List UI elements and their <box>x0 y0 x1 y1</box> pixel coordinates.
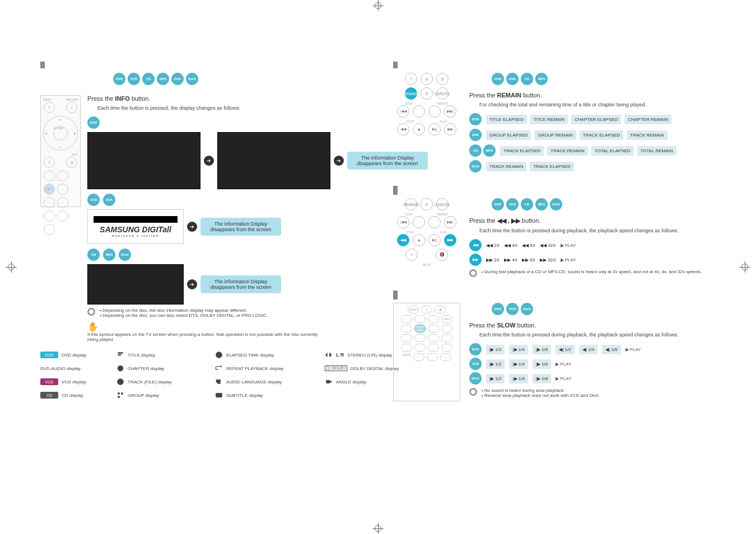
arrow-right-icon: ➔ <box>187 279 197 289</box>
key-small[interactable] <box>401 315 412 323</box>
key-7[interactable]: 7 <box>405 73 417 85</box>
remote-small-button[interactable] <box>44 224 55 235</box>
legend-label: DOLBY DIGITAL display <box>351 366 399 371</box>
remote-transport-illustration: REMAIN0CANCEL STEPREPEAT |◀◀▶▶| STOPPLAY… <box>393 198 460 280</box>
key-small[interactable] <box>441 325 452 332</box>
key-ff[interactable]: ▶▶ <box>444 234 456 246</box>
page-tab-left <box>40 62 45 68</box>
legend-grid: DVDDVD display TITLE display ELAPSED TIM… <box>40 351 365 399</box>
remote-tuning-button[interactable]: ⇅ <box>44 157 55 168</box>
arrow-right-icon: ➔ <box>187 222 197 232</box>
key-skip-back[interactable]: |◀◀ <box>397 216 409 228</box>
note-icon <box>469 388 477 396</box>
key-0[interactable]: 0 <box>421 198 433 210</box>
key-repeat[interactable] <box>428 105 441 118</box>
key-rew[interactable]: ◀◀ <box>397 123 409 135</box>
key-small[interactable] <box>413 353 424 361</box>
key-stop[interactable]: ■ <box>413 234 425 246</box>
key-small[interactable] <box>428 315 439 323</box>
remote-small-button[interactable] <box>57 210 68 222</box>
key-cancel[interactable]: CANCEL <box>436 198 449 210</box>
key-play[interactable]: ▶|| <box>428 234 441 246</box>
key-small[interactable] <box>428 334 439 342</box>
remote-enter-button[interactable]: ENTER <box>53 126 68 140</box>
key-skip-fwd[interactable]: ▶▶| <box>444 216 456 228</box>
remote-small-button[interactable] <box>57 170 68 181</box>
key-small[interactable] <box>428 325 439 332</box>
svg-rect-6 <box>216 394 222 397</box>
key-small[interactable] <box>441 334 452 342</box>
key-info[interactable]: INFO <box>441 315 452 323</box>
disc-badges-left: DVD VCD CD MP3 DVA DivX <box>113 73 371 85</box>
key-rew[interactable]: ◀◀ <box>397 234 409 246</box>
key-small[interactable] <box>401 344 412 352</box>
disc-icon: CD <box>469 144 482 157</box>
key-small[interactable] <box>414 334 426 342</box>
group-icon <box>116 391 124 399</box>
key-step[interactable] <box>413 105 425 118</box>
key-plus[interactable]: + <box>440 353 451 361</box>
key-exit[interactable]: ⏻ <box>435 306 446 313</box>
key-small[interactable] <box>401 334 412 342</box>
remote-info-button[interactable]: INFO <box>44 184 55 195</box>
key-plus[interactable]: + <box>405 249 418 261</box>
legend-label: SUBTITLE display <box>226 393 263 398</box>
key-small[interactable] <box>401 325 412 332</box>
key-step[interactable] <box>413 216 425 228</box>
disc-icon: DivX <box>550 198 562 210</box>
note-text: • Depending on the disc, the disc inform… <box>100 308 268 313</box>
key-repeat[interactable] <box>428 216 441 228</box>
disc-icon: DVA <box>469 129 482 141</box>
disc-icon: CD <box>521 73 533 85</box>
disc-icon: DivX <box>521 303 533 315</box>
remote-small-button[interactable] <box>44 170 55 181</box>
remote-small-button[interactable] <box>57 184 68 195</box>
key-ff[interactable]: ▶▶ <box>444 123 456 135</box>
key-stop[interactable]: ■ <box>413 123 425 135</box>
key-small[interactable] <box>441 344 452 352</box>
key-minus[interactable]: − <box>427 353 438 361</box>
cd-badge: CD <box>40 392 58 399</box>
disc-icon: DivX <box>469 160 482 172</box>
key-8[interactable]: 8 <box>421 73 433 85</box>
key-remain[interactable]: REMAIN <box>405 198 417 210</box>
note-text: • Depending on the disc, you can also se… <box>100 313 268 318</box>
key-slow[interactable]: SLOW <box>414 325 426 332</box>
legend-label: VCD display <box>62 380 86 385</box>
key-skip-fwd[interactable]: ▶▶| <box>444 105 456 118</box>
remote-menu-button[interactable]: ☰ <box>44 102 55 113</box>
key-play[interactable]: ▶|| <box>428 123 441 135</box>
disc-icon: DivX <box>186 73 198 85</box>
info-disappear-box: The information Display disappears from … <box>200 275 281 293</box>
remote-return-button[interactable]: ↩ <box>66 102 77 113</box>
remote-small-button[interactable] <box>44 210 55 222</box>
key-cancel[interactable]: CANCEL <box>436 87 449 100</box>
key-mute[interactable]: 🔇 <box>436 249 448 261</box>
key-small[interactable] <box>414 344 426 352</box>
remote-illustration: MENU RETURN ☰ ↩ ▲ ▼ ◀ ▶ ENTER EXIT ⇅ ⏻ <box>40 95 81 207</box>
remote-small-button[interactable] <box>57 197 68 208</box>
fast-speed-row: ◀◀◀◀ 2X◀◀ 4X◀◀ 8X◀◀ 32X▶ PLAY <box>469 239 724 251</box>
samsung-logo: SAMSUNG DIGITall <box>100 225 171 234</box>
crop-mark-right <box>739 261 750 273</box>
repeat-icon <box>215 364 223 372</box>
crop-mark-bottom <box>372 523 384 534</box>
disc-icon: MP3 <box>157 73 169 85</box>
remote-small-button[interactable] <box>44 197 55 208</box>
key-audio[interactable]: AUDIO <box>408 306 419 313</box>
key-small[interactable] <box>428 344 439 352</box>
ff-icon: ▶▶ <box>469 254 482 266</box>
key-remain[interactable]: REMAIN <box>405 87 417 100</box>
key-tuning[interactable]: ⇅ <box>421 306 432 313</box>
hand-note: If this symbol appears on the TV screen … <box>87 332 323 342</box>
disc-badges-remain: DVD DVA CD MP3 <box>492 73 724 85</box>
key-skip-back[interactable]: |◀◀ <box>397 105 409 118</box>
key-0[interactable]: 0 <box>421 87 433 100</box>
key-small[interactable] <box>414 315 426 323</box>
disc-icon: VCD <box>87 194 100 206</box>
key-9[interactable]: 9 <box>436 73 449 85</box>
remote-power-button[interactable]: ⏻ <box>66 157 77 168</box>
remote-dpad[interactable]: ▲ ▼ ◀ ▶ ENTER <box>43 116 78 151</box>
legend-label: TRACK (FILE) display <box>128 380 172 385</box>
crop-mark-left <box>6 261 17 273</box>
